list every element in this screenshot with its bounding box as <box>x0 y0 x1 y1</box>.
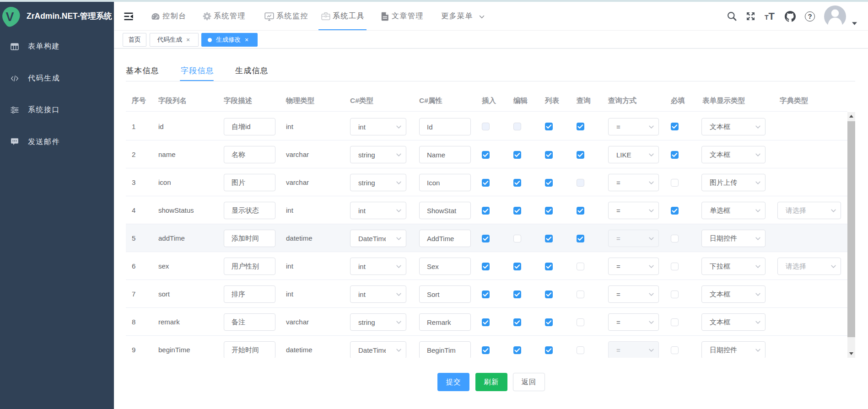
svg-text:V: V <box>5 10 14 24</box>
